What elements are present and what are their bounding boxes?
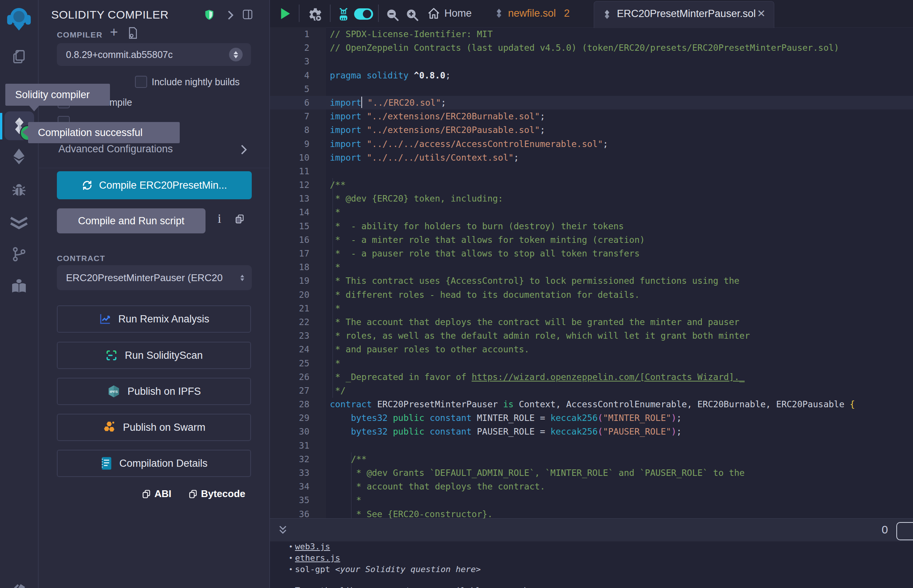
code-line[interactable]: 22 * The account that deploys the contra… xyxy=(270,315,913,329)
chevron-right-icon[interactable] xyxy=(226,10,235,21)
code-line[interactable]: 32 /** xyxy=(270,452,913,466)
file-explorer-icon[interactable] xyxy=(0,48,38,67)
remixai-toggle[interactable] xyxy=(354,8,373,20)
close-tab-icon[interactable]: ✕ xyxy=(757,8,766,20)
line-number: 26 xyxy=(270,370,309,384)
code-line[interactable]: 18 * xyxy=(270,260,913,274)
tab-erc20-preset-minter-pauser[interactable]: ERC20PresetMinterPauser.sol ✕ xyxy=(594,1,774,28)
add-compiler-icon[interactable]: + xyxy=(110,24,118,40)
run-solidityscan-button[interactable]: Run SolidityScan xyxy=(57,342,251,369)
code-line[interactable]: 9import "../../../access/AccessControlEn… xyxy=(270,137,913,151)
code-line[interactable]: 8import "../extensions/ERC20Pausable.sol… xyxy=(270,123,913,137)
code-line[interactable]: 26 * _Deprecated in favor of https://wiz… xyxy=(270,370,913,384)
code-line[interactable]: 6import "../ERC20.sol"; xyxy=(270,96,913,110)
line-number: 32 xyxy=(270,452,309,466)
compiler-file-icon[interactable] xyxy=(127,26,138,39)
debugger-icon[interactable] xyxy=(0,180,38,199)
publish-swarm-button[interactable]: Publish on Swarm xyxy=(57,414,251,441)
code-line[interactable]: 7import "../extensions/ERC20Burnable.sol… xyxy=(270,110,913,123)
shield-icon[interactable] xyxy=(204,9,215,21)
include-nightly-checkbox[interactable] xyxy=(135,76,147,88)
copy-icon xyxy=(188,488,198,500)
code-line[interactable]: 15 * - ability for holders to burn (dest… xyxy=(270,220,913,233)
code-line[interactable]: 23 * roles, as well as the default admin… xyxy=(270,329,913,342)
terminal-line: •sol-gpt <your Solidity question here> xyxy=(270,564,913,575)
line-number: 20 xyxy=(270,288,309,302)
terminal-content[interactable]: •web3.js•ethers.js•sol-gpt <your Solidit… xyxy=(270,541,913,588)
remix-logo-icon[interactable] xyxy=(0,5,38,31)
code-line[interactable]: 17 * - a pauser role that allows to stop… xyxy=(270,247,913,260)
solidity-file-icon xyxy=(494,8,503,19)
code-line[interactable]: 11 xyxy=(270,165,913,178)
terminal-expand-chevrons-icon[interactable] xyxy=(277,523,289,536)
code-line[interactable]: 2// OpenZeppelin Contracts (last updated… xyxy=(270,41,913,55)
home-tab[interactable]: Home xyxy=(444,8,472,19)
copy-abi-button[interactable]: ABI xyxy=(141,488,172,500)
code-line[interactable]: 35 * xyxy=(270,493,913,507)
terminal-link[interactable]: ethers.js xyxy=(295,552,340,564)
home-tab-icon[interactable] xyxy=(427,7,440,21)
advanced-chevron-right-icon[interactable] xyxy=(239,144,249,155)
code-line[interactable]: 36 * See {ERC20-constructor}. xyxy=(270,507,913,518)
git-icon[interactable] xyxy=(0,245,38,264)
code-line[interactable]: 30 bytes32 public constant PAUSER_ROLE =… xyxy=(270,425,913,438)
editor-tab-bar: Home newfile.sol 2 ERC20PresetMin xyxy=(270,0,913,27)
line-number: 24 xyxy=(270,342,309,356)
deploy-run-icon[interactable] xyxy=(0,146,38,167)
code-line[interactable]: 34 * account that deploys the contract. xyxy=(270,480,913,493)
code-editor[interactable]: 1// SPDX-License-Identifier: MIT2// Open… xyxy=(270,27,913,518)
code-line[interactable]: 14 * xyxy=(270,205,913,219)
compile-and-run-button[interactable]: Compile and Run script xyxy=(57,208,206,233)
learneth-icon[interactable] xyxy=(0,277,38,296)
publish-ipfs-button[interactable]: IPFS Publish on IPFS xyxy=(57,378,251,405)
code-line[interactable]: 19 * This contract uses {AccessControl} … xyxy=(270,274,913,288)
code-line[interactable]: 28contract ERC20PresetMinterPauser is Co… xyxy=(270,397,913,411)
code-line[interactable]: 3 xyxy=(270,55,913,68)
terminal-link[interactable]: web3.js xyxy=(295,541,330,552)
copy-bytecode-button[interactable]: Bytecode xyxy=(188,488,245,500)
compilation-details-button[interactable]: Compilation Details xyxy=(57,450,251,477)
code-line[interactable]: 25 * xyxy=(270,357,913,370)
code-line[interactable]: 5 xyxy=(270,82,913,96)
code-line[interactable]: 4pragma solidity ^0.8.0; xyxy=(270,69,913,82)
unit-testing-icon[interactable] xyxy=(0,214,38,231)
run-remix-analysis-button[interactable]: Run Remix Analysis xyxy=(57,305,251,333)
tab-newfile[interactable]: newfile.sol 2 xyxy=(508,8,570,19)
code-line[interactable]: 24 * and pauser roles to other accounts. xyxy=(270,342,913,356)
plugin-manager-icon[interactable] xyxy=(0,575,38,588)
code-line[interactable]: 33 * @dev Grants `DEFAULT_ADMIN_ROLE`, `… xyxy=(270,466,913,480)
compiler-version-select[interactable]: 0.8.29+commit.ab55807c xyxy=(57,43,251,66)
compiler-version-value: 0.8.29+commit.ab55807c xyxy=(57,49,173,60)
pin-panel-icon[interactable] xyxy=(242,8,253,21)
code-line[interactable]: 10import "../../../utils/Context.sol"; xyxy=(270,151,913,165)
select-arrows-icon xyxy=(229,48,243,61)
code-line[interactable]: 16 * - a minter role that allows for tok… xyxy=(270,233,913,247)
code-line[interactable]: 20 * different roles - head to its docum… xyxy=(270,288,913,302)
run-script-play-icon[interactable] xyxy=(280,8,291,20)
code-line[interactable]: 21 * xyxy=(270,302,913,315)
compile-button[interactable]: Compile ERC20PresetMin... xyxy=(57,171,252,199)
copy-script-icon[interactable] xyxy=(234,213,245,225)
terminal-header[interactable]: 0 xyxy=(270,518,913,541)
line-number: 36 xyxy=(270,507,309,518)
advanced-configurations-toggle[interactable]: Advanced Configurations xyxy=(58,143,173,155)
zoom-in-icon[interactable] xyxy=(405,8,419,22)
contract-section-label: CONTRACT xyxy=(57,254,105,263)
code-line[interactable]: 12/** xyxy=(270,178,913,192)
solidity-file-icon xyxy=(602,9,612,20)
terminal-search-input[interactable] xyxy=(896,522,913,540)
zoom-out-icon[interactable] xyxy=(385,8,400,22)
line-number: 2 xyxy=(270,41,309,55)
include-nightly-label: Include nightly builds xyxy=(152,76,240,87)
code-line[interactable]: 1// SPDX-License-Identifier: MIT xyxy=(270,27,913,41)
script-config-gear-icon[interactable] xyxy=(306,6,323,23)
code-line[interactable]: 27 */ xyxy=(270,384,913,397)
contract-select[interactable]: ERC20PresetMinterPauser (ERC20 xyxy=(57,265,252,290)
code-line[interactable]: 13 * @dev {ERC20} token, including: xyxy=(270,192,913,205)
code-line[interactable]: 31 xyxy=(270,439,913,452)
info-icon[interactable]: i xyxy=(218,212,221,226)
code-lines: 1// SPDX-License-Identifier: MIT2// Open… xyxy=(270,27,913,518)
remixai-robot-icon[interactable] xyxy=(336,7,351,23)
code-line[interactable]: 29 bytes32 public constant MINTER_ROLE =… xyxy=(270,411,913,425)
line-number: 28 xyxy=(270,397,309,411)
